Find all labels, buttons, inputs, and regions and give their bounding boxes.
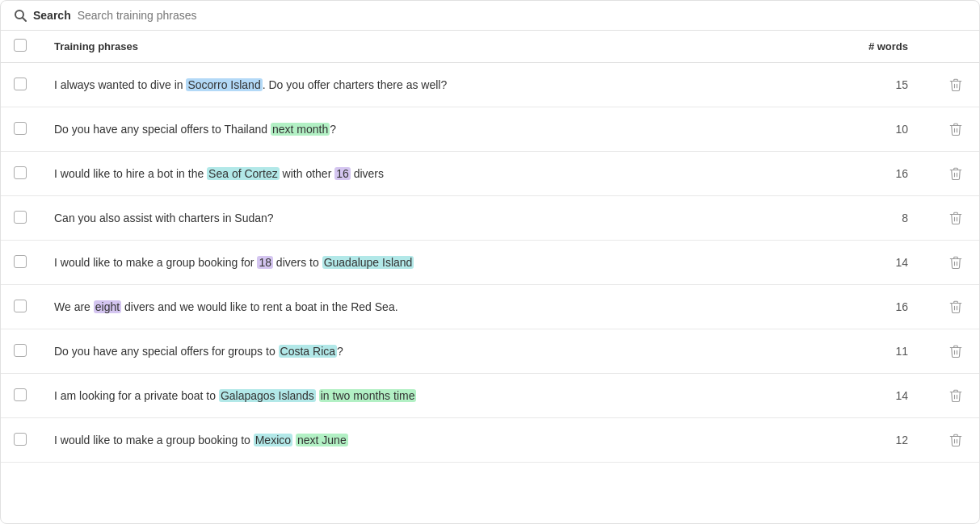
phrase-cell: Can you also assist with charters in Sud… [41,196,794,241]
delete-button-4[interactable] [945,208,966,228]
entity-costa-rica: Costa Rica [279,345,337,358]
training-phrases-table: Training phrases # words I always wanted… [1,31,979,463]
row-checkbox-cell [1,107,41,152]
table-row: I would like to make a group booking for… [1,241,979,285]
delete-button-3[interactable] [945,163,966,184]
delete-button-7[interactable] [945,341,966,362]
row-checkbox-cell [1,374,41,418]
table-row: Do you have any special offers for group… [1,329,979,374]
delete-button-2[interactable] [945,119,966,140]
search-bar: Search [1,1,979,31]
words-cell: 11 [794,329,932,374]
row-checkbox-cell [1,196,41,241]
actions-cell [932,241,979,285]
search-label: Search [33,9,71,22]
table-header-row: Training phrases # words [1,31,979,63]
table-row: Do you have any special offers to Thaila… [1,107,979,152]
table-row: I would like to hire a bot in the Sea of… [1,152,979,196]
phrase-cell: I would like to make a group booking for… [41,241,794,285]
phrase-cell: Do you have any special offers to Thaila… [41,107,794,152]
header-phrase-col: Training phrases [41,31,794,63]
row-checkbox-cell [1,63,41,107]
actions-cell [932,285,979,329]
entity-socorro-island: Socorro Island [186,78,262,91]
row-checkbox-7[interactable] [14,344,27,357]
entity-next-month: next month [271,123,330,136]
delete-button-1[interactable] [945,74,966,95]
delete-button-6[interactable] [945,296,966,317]
header-checkbox-col [1,31,41,63]
actions-cell [932,329,979,374]
entity-16: 16 [334,167,351,180]
entity-eight: eight [94,300,121,313]
row-checkbox-cell [1,285,41,329]
row-checkbox-5[interactable] [14,255,27,268]
row-checkbox-1[interactable] [14,78,27,90]
main-container: Search Training phrases # words I always… [0,0,980,524]
row-checkbox-8[interactable] [14,388,27,401]
row-checkbox-4[interactable] [14,211,27,224]
search-icon [14,9,27,22]
entity-in-two-months-time: in two months time [319,389,417,402]
select-all-checkbox[interactable] [14,39,27,52]
words-cell: 14 [794,374,932,418]
delete-button-8[interactable] [945,385,966,406]
svg-line-1 [23,18,26,21]
words-cell: 15 [794,63,932,107]
delete-button-9[interactable] [945,430,966,451]
entity-sea-of-cortez: Sea of Cortez [207,167,280,180]
entity-guadalupe-island: Guadalupe Island [322,256,414,269]
table-row: Can you also assist with charters in Sud… [1,196,979,241]
entity-mexico: Mexico [254,434,292,446]
entity-18: 18 [257,256,273,269]
row-checkbox-6[interactable] [14,300,27,312]
entity-galapagos-islands: Galapagos Islands [219,389,316,402]
header-words-col: # words [794,31,932,63]
phrase-cell: I always wanted to dive in Socorro Islan… [41,63,794,107]
phrase-cell: We are eight divers and we would like to… [41,285,794,329]
actions-cell [932,107,979,152]
row-checkbox-cell [1,418,41,463]
actions-cell [932,63,979,107]
table-row: I would like to make a group booking to … [1,418,979,463]
phrase-cell: Do you have any special offers for group… [41,329,794,374]
phrase-cell: I would like to make a group booking to … [41,418,794,463]
actions-cell [932,196,979,241]
row-checkbox-2[interactable] [14,122,27,135]
table-row: I am looking for a private boat to Galap… [1,374,979,418]
words-cell: 14 [794,241,932,285]
search-input[interactable] [78,9,966,22]
words-cell: 10 [794,107,932,152]
row-checkbox-cell [1,329,41,374]
entity-next-june: next June [296,434,348,446]
actions-cell [932,152,979,196]
phrase-cell: I am looking for a private boat to Galap… [41,374,794,418]
table-row: I always wanted to dive in Socorro Islan… [1,63,979,107]
row-checkbox-cell [1,152,41,196]
row-checkbox-cell [1,241,41,285]
phrase-cell: I would like to hire a bot in the Sea of… [41,152,794,196]
words-cell: 8 [794,196,932,241]
delete-button-5[interactable] [945,252,966,273]
actions-cell [932,374,979,418]
table-body: I always wanted to dive in Socorro Islan… [1,63,979,463]
row-checkbox-3[interactable] [14,166,27,179]
table-row: We are eight divers and we would like to… [1,285,979,329]
row-checkbox-9[interactable] [14,433,27,446]
header-actions-col [932,31,979,63]
words-cell: 12 [794,418,932,463]
words-cell: 16 [794,285,932,329]
words-cell: 16 [794,152,932,196]
actions-cell [932,418,979,463]
